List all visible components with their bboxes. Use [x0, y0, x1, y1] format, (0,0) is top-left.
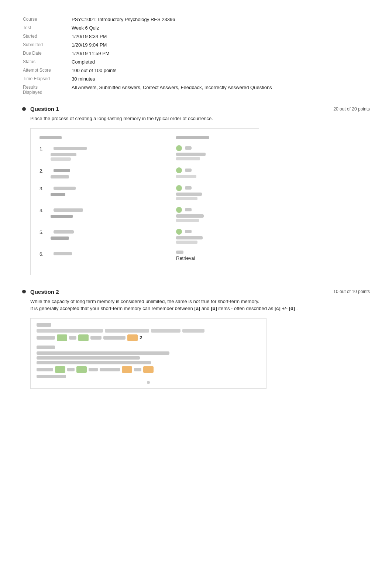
q2-body-part2: It is generally accepted that your short… [30, 306, 193, 311]
q2-items-text: items - often described as [218, 306, 274, 311]
ordering-row-1: 1. [39, 145, 250, 161]
ordering-header [39, 136, 250, 141]
question-1-bullet [22, 107, 26, 111]
course-label: Course [23, 16, 71, 23]
retrieval-label: Retrieval [176, 255, 195, 261]
answer-row-6 [176, 251, 250, 254]
answer-row-4 [176, 207, 250, 213]
attempt-score-value: 100 out of 100 points [72, 67, 369, 74]
attempt-score-label: Attempt Score [23, 67, 71, 74]
time-elapsed-row: Time Elapsed 30 minutes [23, 75, 369, 83]
submitted-value: 1/20/19 9:04 PM [72, 41, 369, 49]
question-1-points: 20 out of 20 points [333, 106, 370, 112]
question-1-section: Question 1 20 out of 20 points Place the… [22, 106, 370, 275]
due-date-label: Due Date [23, 50, 71, 57]
green-dot-2 [176, 167, 182, 173]
answer-row-5 [176, 229, 250, 235]
ordering-number-3: 3. [39, 185, 51, 191]
test-label: Test [23, 24, 71, 32]
answer-row-3 [176, 185, 250, 191]
time-elapsed-label: Time Elapsed [23, 75, 71, 83]
ordering-header-right [176, 136, 250, 141]
q2-bold-a: [a] [194, 306, 200, 311]
ordering-row-6: 6. Retrieval [39, 251, 250, 261]
q2-bold-c: [c] [275, 306, 281, 311]
question-1-title: Question 1 [30, 106, 59, 112]
answer-row-1 [176, 145, 250, 151]
q2-answer-area: 2 [30, 318, 267, 389]
status-value: Completed [72, 58, 369, 66]
results-displayed-row: Results Displayed All Answers, Submitted… [23, 84, 369, 96]
submitted-label: Submitted [23, 41, 71, 49]
green-dot-4 [176, 207, 182, 213]
q2-bold-b: [b] [211, 306, 217, 311]
question-2-header: Question 2 10 out of 10 points [22, 289, 370, 295]
q2-period: . [296, 306, 298, 311]
q2-body-part1: While the capacity of long term memory i… [30, 299, 259, 304]
due-date-row: Due Date 1/20/19 11:59 PM [23, 50, 369, 57]
ordering-number-1: 1. [39, 145, 51, 152]
ordering-row-3: 3. [39, 185, 250, 200]
q2-plus-minus: +/- [282, 306, 289, 311]
status-label: Status [23, 58, 71, 66]
q2-and: and [202, 306, 211, 311]
quiz-info-table: Course PSYC1001: Introductory Psychology… [22, 15, 370, 97]
course-value: PSYC1001: Introductory Psychology RES 23… [72, 16, 369, 23]
ordering-row-5: 5. [39, 229, 250, 244]
started-row: Started 1/20/19 8:34 PM [23, 33, 369, 40]
ordering-number-4: 4. [39, 207, 51, 213]
ordering-header-left [39, 136, 161, 141]
status-row: Status Completed [23, 58, 369, 66]
question-2-body: While the capacity of long term memory i… [30, 298, 370, 312]
question-1-header: Question 1 20 out of 20 points [22, 106, 370, 112]
question-2-points: 10 out of 10 points [333, 289, 370, 294]
answer-row-2 [176, 167, 250, 173]
due-date-value: 1/20/19 11:59 PM [72, 50, 369, 57]
ordering-row-2: 2. [39, 167, 250, 178]
q2-bold-d: [d] [289, 306, 295, 311]
ordering-number-6: 6. [39, 251, 51, 257]
ordering-row-4: 4. [39, 207, 250, 222]
results-displayed-label: Results Displayed [23, 84, 71, 96]
green-dot-5 [176, 229, 182, 235]
test-row: Test Week 6 Quiz [23, 24, 369, 32]
results-displayed-value: All Answers, Submitted Answers, Correct … [72, 84, 369, 96]
attempt-score-row: Attempt Score 100 out of 100 points [23, 67, 369, 74]
ordering-number-2: 2. [39, 167, 51, 174]
submitted-row: Submitted 1/20/19 9:04 PM [23, 41, 369, 49]
test-value: Week 6 Quiz [72, 24, 369, 32]
course-row: Course PSYC1001: Introductory Psychology… [23, 16, 369, 23]
question-2-title: Question 2 [30, 289, 59, 295]
green-dot-3 [176, 185, 182, 191]
time-elapsed-value: 30 minutes [72, 75, 369, 83]
question-2-section: Question 2 10 out of 10 points While the… [22, 289, 370, 389]
question-2-bullet [22, 290, 26, 293]
green-dot-1 [176, 145, 182, 151]
started-value: 1/20/19 8:34 PM [72, 33, 369, 40]
ordering-number-5: 5. [39, 229, 51, 235]
question-1-ordering-widget: 1. [30, 128, 259, 275]
started-label: Started [23, 33, 71, 40]
q2-second-answer-block [37, 346, 260, 384]
question-1-body: Place the process of creating a long-las… [30, 115, 370, 122]
answer-number-label: 2 [140, 335, 142, 340]
